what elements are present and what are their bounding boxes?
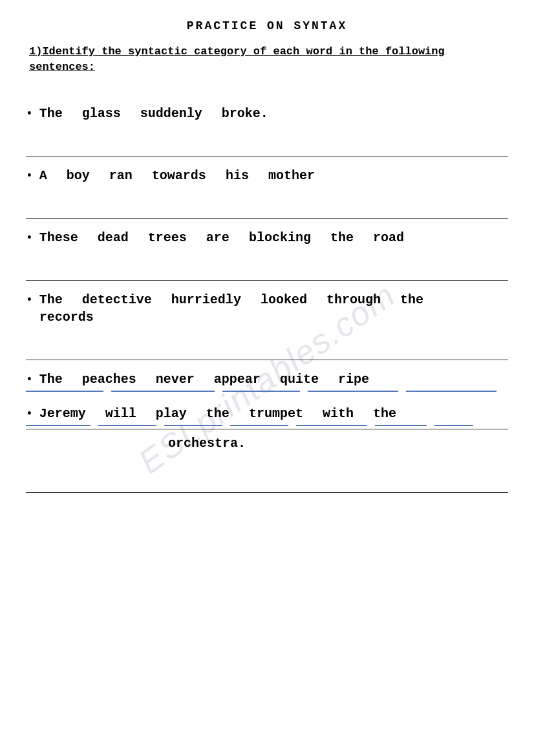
word-5-5: quite <box>280 372 319 387</box>
sentence-group-5: • The peaches never appear quite ripe <box>26 360 508 392</box>
sentence-group-6: • Jeremy will play the trumpet with the <box>26 394 508 493</box>
words-5: The peaches never appear quite ripe <box>39 372 508 389</box>
blue-seg-4 <box>308 391 398 392</box>
words-2: A boy ran towards his mother <box>39 168 508 186</box>
word-2-6: mother <box>268 168 315 183</box>
bullet-4: • <box>26 294 33 307</box>
continuation-words: orchestra. <box>168 436 265 453</box>
bullet-1: • <box>26 107 33 120</box>
word-3-5: blocking <box>249 230 311 245</box>
word-3-6: the <box>330 230 354 245</box>
sentence-row-1: • The glass suddenly broke. <box>26 94 508 157</box>
sentence-row-5: • The peaches never appear quite ripe <box>26 360 508 389</box>
words-1: The glass suddenly broke. <box>39 106 508 124</box>
word-6-continuation: orchestra. <box>168 436 246 451</box>
word-3-3: trees <box>148 230 187 245</box>
word-3-4: are <box>206 230 230 245</box>
blue-seg-6-1 <box>26 425 91 426</box>
instruction-text: Identify the syntactic category of each … <box>29 45 445 73</box>
blue-underlines-5 <box>26 389 508 392</box>
word-6-1: Jeremy <box>39 406 86 421</box>
word-4-4: looked <box>261 292 307 307</box>
word-4-3: hurriedly <box>171 292 241 307</box>
blue-seg-6-6 <box>375 425 427 426</box>
word-2-5: his <box>226 168 249 183</box>
word-4-2: detective <box>82 292 152 307</box>
word-5-1: The <box>39 372 63 387</box>
page-title: PRACTICE ON SYNTAX <box>26 19 508 32</box>
sentences-container: • The glass suddenly broke. • A boy ran … <box>26 94 508 493</box>
words-6: Jeremy will play the trumpet with the <box>39 406 508 424</box>
word-6-7: the <box>373 406 396 421</box>
word-3-2: dead <box>98 230 129 245</box>
word-1-1: The <box>39 106 63 121</box>
word-1-3: suddenly <box>140 106 202 121</box>
word-2-3: ran <box>109 168 133 183</box>
bullet-2: • <box>26 169 33 182</box>
sentence-row-4: • The detective hurriedly looked through… <box>26 281 508 360</box>
word-4-6: the <box>400 292 423 307</box>
blue-underlines-6 <box>26 424 508 426</box>
word-5-2: peaches <box>82 372 136 387</box>
word-2-1: A <box>39 168 47 183</box>
word-6-2: will <box>105 406 136 421</box>
word-6-3: play <box>156 406 187 421</box>
word-5-3: never <box>156 372 195 387</box>
blue-seg-1 <box>26 391 103 392</box>
word-5-4: appear <box>214 372 261 387</box>
word-6-4: the <box>206 406 230 421</box>
sentence-row-6: • Jeremy will play the trumpet with the <box>26 394 508 424</box>
blue-seg-6-3 <box>164 425 222 426</box>
words-3: These dead trees are blocking the road <box>39 230 508 248</box>
blue-seg-2 <box>111 391 215 392</box>
sentence-row-3: • These dead trees are blocking the road <box>26 219 508 281</box>
word-3-7: road <box>373 230 404 245</box>
blue-seg-6-4 <box>230 425 288 426</box>
instruction-number: 1) <box>29 45 42 58</box>
word-4-5: through <box>326 292 381 307</box>
blue-seg-6-7 <box>434 425 473 426</box>
word-2-2: boy <box>67 168 90 183</box>
blue-seg-3 <box>222 391 300 392</box>
bullet-3: • <box>26 232 33 244</box>
word-6-5: trumpet <box>249 406 303 421</box>
blue-seg-5 <box>406 391 497 392</box>
blue-seg-6-5 <box>296 425 367 426</box>
sentence-row-2: • A boy ran towards his mother <box>26 157 508 219</box>
instruction: 1)Identify the syntactic category of eac… <box>26 44 508 75</box>
word-3-1: These <box>39 230 78 245</box>
word-1-2: glass <box>82 106 121 121</box>
word-6-6: with <box>323 406 354 421</box>
blue-seg-6-2 <box>98 425 156 426</box>
word-1-4: broke. <box>222 106 268 121</box>
bullet-5: • <box>26 373 33 386</box>
word-4-7: records <box>39 310 94 325</box>
word-4-1: The <box>39 292 63 307</box>
continuation-row-6: orchestra. <box>26 429 508 493</box>
word-2-4: towards <box>152 168 206 183</box>
words-4: The detective hurriedly looked through t… <box>39 292 508 327</box>
word-5-6: ripe <box>338 372 369 387</box>
bullet-6: • <box>26 407 33 420</box>
